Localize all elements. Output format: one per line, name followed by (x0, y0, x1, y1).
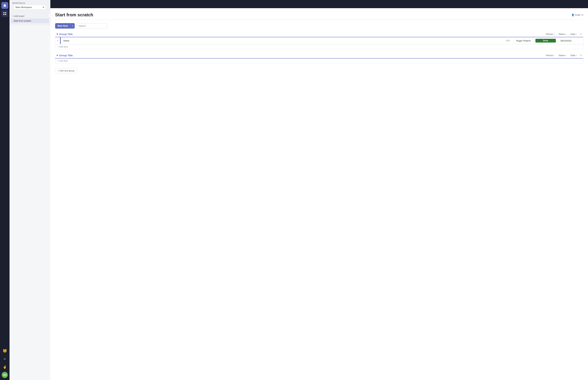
group-columns-2: Person ▾ Status ▾ Date ▾ + (544, 54, 583, 57)
workspace-select[interactable]: Main Workspace (14, 5, 46, 10)
row-status: Done (535, 39, 556, 42)
col-header-date-2[interactable]: Date ▾ (569, 54, 579, 57)
col-status-chevron-1: ▾ (566, 33, 566, 35)
col-date-chevron-2: ▾ (576, 55, 577, 56)
group-title-2[interactable]: Group Title (59, 54, 544, 57)
invite-button[interactable]: 👤 Invite / 5 (571, 14, 583, 16)
row-person: Roger Federer (512, 39, 535, 42)
svg-rect-1 (5, 12, 6, 13)
avatar[interactable]: RN (2, 372, 8, 378)
group-header-1: ♥ Group Title Person ▾ Status ▾ Date ▾ (55, 31, 583, 37)
row-color-bar (60, 37, 61, 44)
group-section-2: ♥ Group Title Person ▾ Status ▾ Date ▾ (55, 53, 583, 63)
group-title-area-1: ♥ Group Title (55, 33, 544, 36)
row-date: 09/23/2022 (556, 39, 576, 42)
col-header-date-1[interactable]: Date ▾ (569, 33, 579, 35)
add-group-label: + Add new group (58, 69, 74, 72)
col-person-chevron-2: ▾ (554, 55, 554, 56)
add-item-button-2[interactable]: + Add Item (55, 58, 583, 63)
new-item-label: New Item (55, 23, 70, 29)
col-person-label-2: Person (546, 54, 553, 57)
col-header-person-2[interactable]: Person ▾ (544, 54, 556, 57)
col-add-2[interactable]: + (579, 54, 583, 57)
status-badge[interactable]: Done (535, 39, 556, 42)
grid-icon[interactable] (1, 10, 8, 17)
top-bar (50, 0, 588, 8)
add-group-button[interactable]: + Add new group (55, 68, 77, 73)
col-date-label-1: Date (570, 33, 575, 35)
cat-icon[interactable]: 🐱 (1, 347, 8, 354)
icon-rail: 🐱 in ✌ RN (0, 0, 10, 380)
row-edit-button[interactable]: Edit (504, 39, 512, 42)
new-item-button[interactable]: New Item ▾ (55, 23, 75, 29)
col-date-chevron-1: ▾ (576, 33, 577, 35)
group-title-1[interactable]: Group Title (59, 33, 544, 36)
invite-label: Invite / 5 (575, 14, 583, 16)
add-item-button-1[interactable]: + Add Item (55, 44, 583, 49)
col-add-1[interactable]: + (579, 32, 583, 36)
group-heart-icon-1: ♥ (57, 33, 58, 36)
col-header-status-1[interactable]: Status ▾ (556, 33, 569, 35)
group-columns-1: Person ▾ Status ▾ Date ▾ + (544, 32, 583, 36)
group-heart-icon-2: ♥ (57, 54, 58, 57)
table-row: ▼ Retire Edit Roger Federer Done 09/23/2… (55, 37, 583, 44)
svg-rect-0 (3, 12, 4, 13)
page-header: Start from scratch 👤 Invite / 5 (55, 12, 583, 20)
col-header-status-2[interactable]: Status ▾ (556, 54, 569, 57)
linkedin-icon[interactable]: in (1, 356, 8, 362)
group-header-2: ♥ Group Title Person ▾ Status ▾ Date ▾ (55, 53, 583, 58)
col-header-person-1[interactable]: Person ▾ (544, 33, 556, 35)
content-area: Start from scratch 👤 Invite / 5 New Item… (50, 8, 588, 380)
home-icon[interactable] (1, 2, 8, 9)
col-status-label-2: Status (559, 54, 565, 57)
invite-person-icon: 👤 (571, 14, 574, 16)
sidebar: Workspace Main Workspace + Add board Sta… (10, 0, 50, 380)
group-title-area-2: ♥ Group Title (55, 54, 544, 57)
add-board-button[interactable]: + Add board (10, 14, 50, 18)
peace-icon[interactable]: ✌ (1, 364, 8, 370)
sidebar-collapse-button[interactable]: ‹ (48, 14, 52, 18)
col-person-label-1: Person (546, 33, 553, 35)
col-status-label-1: Status (559, 33, 565, 35)
new-item-dropdown-arrow[interactable]: ▾ (70, 24, 75, 28)
row-expand-icon[interactable]: ▼ (55, 40, 60, 42)
col-date-label-2: Date (570, 54, 575, 57)
col-status-chevron-2: ▾ (566, 55, 566, 56)
toolbar: New Item ▾ (55, 23, 583, 29)
page-title: Start from scratch (55, 12, 93, 18)
search-input[interactable] (76, 23, 107, 29)
svg-rect-2 (3, 14, 4, 15)
sidebar-item-start-from-scratch[interactable]: Start from scratch (11, 19, 49, 23)
col-person-chevron-1: ▾ (554, 33, 554, 35)
row-name[interactable]: Retire (62, 38, 504, 43)
group-section-1: ♥ Group Title Person ▾ Status ▾ Date ▾ (55, 31, 583, 49)
svg-rect-3 (5, 14, 6, 15)
table-body-1: ▼ Retire Edit Roger Federer Done 09/23/2… (55, 37, 583, 44)
main-content: Start from scratch 👤 Invite / 5 New Item… (50, 0, 588, 380)
workspace-label: Workspace (10, 2, 50, 5)
